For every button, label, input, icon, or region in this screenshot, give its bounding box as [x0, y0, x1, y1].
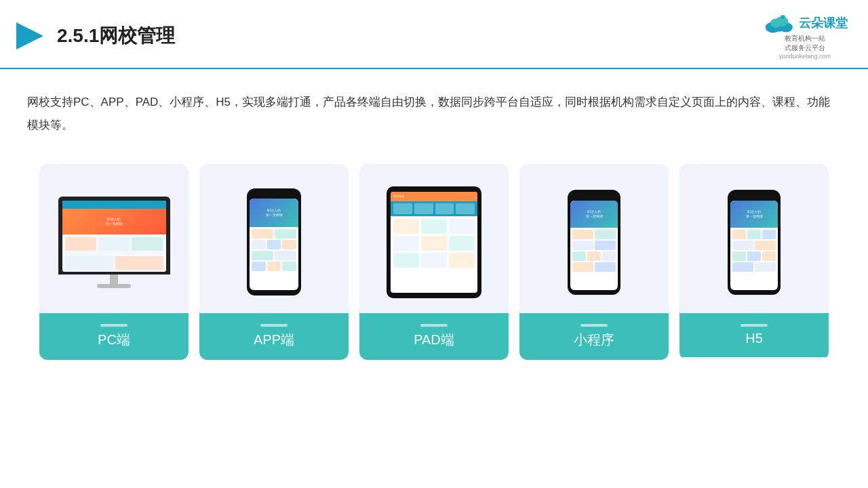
card-label-h5: H5: [679, 313, 829, 357]
card-pc: 职达人的第一堂网课: [39, 164, 189, 360]
card-image-h5: 职达人的第一堂网课: [679, 164, 829, 313]
cloud-icon: [762, 12, 795, 34]
phone-mockup-app: 职达人的第一堂网课: [247, 188, 301, 296]
header: 2.5.1网校管理 云朵课堂 教育机构一站式服务云平台 yunduoketang…: [0, 0, 868, 69]
card-h5: 职达人的第一堂网课: [679, 164, 829, 360]
card-image-miniprogram: 职达人的第一堂网课: [519, 164, 669, 313]
card-label-pc: PC端: [39, 313, 189, 360]
header-left: 2.5.1网校管理: [14, 20, 175, 52]
card-label-pad: PAD端: [359, 313, 509, 360]
logo-area: 云朵课堂 教育机构一站式服务云平台 yunduoketang.com: [762, 12, 848, 60]
card-miniprogram: 职达人的第一堂网课: [519, 164, 669, 360]
logo-url: yunduoketang.com: [779, 53, 831, 60]
card-pad: 课程管理: [359, 164, 509, 360]
cards-container: 职达人的第一堂网课: [0, 150, 868, 373]
card-image-pad: 课程管理: [359, 164, 509, 313]
page-title: 2.5.1网校管理: [57, 23, 175, 49]
card-label-app: APP端: [199, 313, 349, 360]
monitor-mockup: 职达人的第一堂网课: [58, 197, 170, 288]
svg-point-7: [781, 16, 785, 20]
card-label-miniprogram: 小程序: [519, 313, 669, 360]
tablet-mockup: 课程管理: [387, 186, 481, 298]
description-text: 网校支持PC、APP、PAD、小程序、H5，实现多端打通，产品各终端自由切换，数…: [0, 69, 868, 150]
play-icon: [14, 20, 46, 52]
card-image-app: 职达人的第一堂网课: [199, 164, 349, 313]
phone-mockup-miniprogram: 职达人的第一堂网课: [568, 190, 620, 295]
logo-tagline: 教育机构一站式服务云平台: [785, 34, 825, 53]
logo-text: 云朵课堂: [799, 15, 848, 31]
phone-mockup-h5: 职达人的第一堂网课: [728, 190, 781, 295]
card-app: 职达人的第一堂网课: [199, 164, 349, 360]
card-image-pc: 职达人的第一堂网课: [39, 164, 189, 313]
logo-cloud: 云朵课堂: [762, 12, 848, 34]
svg-marker-0: [16, 22, 43, 49]
